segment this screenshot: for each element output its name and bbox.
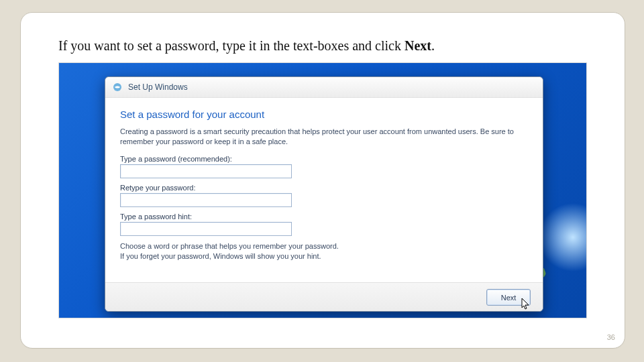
- hint-help-text: Choose a word or phrase that helps you r…: [120, 241, 528, 261]
- window-body: Set a password for your account Creating…: [105, 98, 543, 261]
- retype-label: Retype your password:: [120, 184, 528, 192]
- retype-password-input[interactable]: [120, 193, 292, 207]
- page-number: 36: [607, 333, 615, 341]
- next-button-label: Next: [501, 294, 517, 302]
- setup-window: Set Up Windows Set a password for your a…: [105, 76, 543, 312]
- caption-strong: Next: [405, 38, 431, 53]
- caption-suffix: .: [431, 38, 435, 53]
- slide-card: If you want to set a password, type it i…: [20, 12, 625, 349]
- setup-icon: [112, 82, 123, 93]
- window-footer: Next: [105, 282, 543, 311]
- caption-text: If you want to set a password, type it i…: [58, 38, 405, 53]
- password-input[interactable]: [120, 164, 292, 178]
- mouse-cursor-icon: [521, 298, 531, 310]
- slide-caption: If you want to set a password, type it i…: [58, 38, 435, 54]
- window-title: Set Up Windows: [128, 82, 188, 92]
- window-titlebar: Set Up Windows: [105, 77, 543, 98]
- password-hint-input[interactable]: [120, 222, 292, 236]
- desktop-screenshot: Set Up Windows Set a password for your a…: [58, 62, 587, 318]
- window-heading: Set a password for your account: [120, 109, 528, 120]
- window-description: Creating a password is a smart security …: [120, 127, 528, 147]
- password-label: Type a password (recommended):: [120, 155, 528, 163]
- hint-label: Type a password hint:: [120, 213, 528, 221]
